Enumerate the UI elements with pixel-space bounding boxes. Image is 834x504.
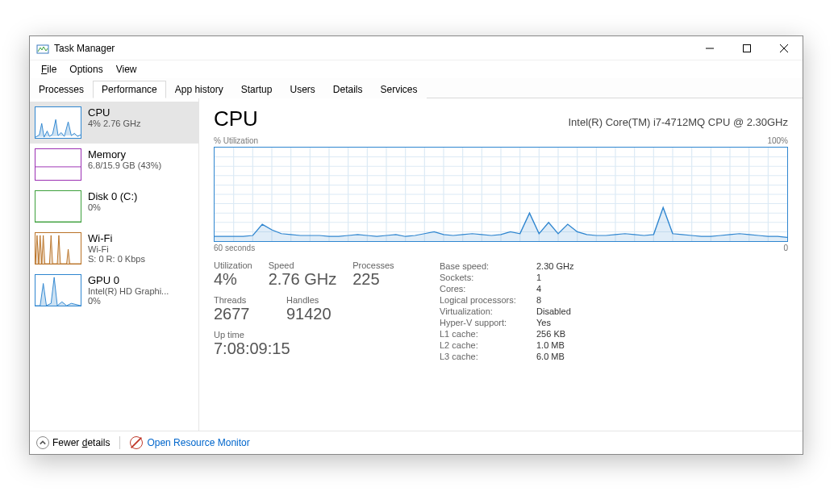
kv-key: Virtualization: (440, 306, 536, 317)
cpu-model: Intel(R) Core(TM) i7-4712MQ CPU @ 2.30GH… (568, 116, 788, 128)
tab-users[interactable]: Users (281, 81, 323, 98)
bottombar: Fewer details Open Resource Monitor (30, 431, 803, 454)
chevron-up-icon (36, 436, 49, 449)
table-row: Cores:4 (440, 283, 573, 294)
threads-value: 2677 (214, 305, 270, 323)
titlebar: Task Manager (30, 36, 803, 60)
tab-performance[interactable]: Performance (93, 81, 166, 98)
separator (119, 436, 120, 449)
menu-options[interactable]: Options (63, 62, 109, 77)
table-row: Hyper-V support:Yes (440, 317, 573, 328)
sidebar-cpu-label: CPU (88, 106, 140, 119)
speed-value: 2.76 GHz (269, 270, 336, 289)
kv-key: Hyper-V support: (440, 317, 536, 328)
kv-value: 8 (536, 294, 541, 306)
tab-apphistory[interactable]: App history (166, 81, 232, 98)
tab-startup[interactable]: Startup (232, 81, 281, 98)
menu-view[interactable]: View (110, 62, 144, 77)
content-area: CPU 4% 2.76 GHz Memory 6.8/15.9 GB (43%) (30, 98, 803, 431)
close-button[interactable] (765, 36, 803, 60)
kv-key: Base speed: (440, 260, 536, 272)
sidebar-memory-label: Memory (88, 148, 161, 160)
tabbar: Processes Performance App history Startu… (30, 78, 803, 98)
window-controls (691, 36, 803, 60)
table-row: Virtualization:Disabled (440, 306, 573, 317)
kv-value: 256 KB (536, 328, 565, 339)
table-row: Sockets:1 (440, 272, 573, 283)
kv-value: Yes (536, 317, 551, 328)
perf-sidebar: CPU 4% 2.76 GHz Memory 6.8/15.9 GB (43%) (30, 98, 199, 431)
kv-value: 1.0 MB (536, 339, 565, 351)
uptime-label: Up time (214, 330, 432, 339)
app-icon (36, 42, 49, 55)
table-row: L2 cache:1.0 MB (440, 339, 573, 351)
tab-processes[interactable]: Processes (30, 81, 93, 98)
wifi-thumb (35, 232, 81, 264)
tab-services[interactable]: Services (372, 81, 427, 98)
tab-details[interactable]: Details (324, 81, 372, 98)
menubar: File Options View (30, 60, 803, 78)
table-row: Base speed:2.30 GHz (440, 260, 573, 272)
cpu-details-table: Base speed:2.30 GHzSockets:1Cores:4Logic… (440, 260, 573, 364)
chart-axis-bot-right: 0 (783, 244, 788, 252)
sidebar-wifi-label: Wi-Fi (88, 232, 145, 244)
sidebar-disk-sub: 0% (88, 202, 137, 212)
page-title: CPU (214, 106, 258, 131)
sidebar-wifi-sub1: Wi-Fi (88, 244, 145, 254)
sidebar-gpu-label: GPU 0 (88, 274, 169, 286)
kv-key: Logical processors: (440, 294, 536, 306)
handles-value: 91420 (286, 305, 332, 323)
sidebar-gpu-sub1: Intel(R) HD Graphi... (88, 286, 169, 296)
utilization-value: 4% (214, 270, 252, 289)
uptime-value: 7:08:09:15 (214, 339, 432, 358)
sidebar-gpu-sub2: 0% (88, 296, 169, 306)
sidebar-wifi-sub2: S: 0 R: 0 Kbps (88, 254, 145, 264)
table-row: L1 cache:256 KB (440, 328, 573, 339)
chart-axis-bot-left: 60 seconds (214, 244, 255, 252)
chart-axis-top-left: % Utilization (214, 136, 258, 145)
utilization-label: Utilization (214, 260, 252, 270)
processes-value: 225 (352, 270, 409, 289)
kv-value: 4 (536, 283, 541, 294)
sidebar-disk-label: Disk 0 (C:) (88, 190, 137, 202)
processes-label: Processes (352, 260, 409, 270)
cpu-thumb (35, 106, 81, 139)
kv-key: Cores: (440, 283, 536, 294)
speed-label: Speed (269, 260, 336, 270)
resource-monitor-icon (130, 436, 143, 449)
window-title: Task Manager (54, 43, 691, 54)
sidebar-item-cpu[interactable]: CPU 4% 2.76 GHz (30, 102, 198, 144)
kv-value: 1 (536, 272, 541, 283)
kv-value: 2.30 GHz (536, 260, 573, 272)
disk-thumb (35, 190, 81, 223)
main-panel: CPU Intel(R) Core(TM) i7-4712MQ CPU @ 2.… (199, 98, 803, 431)
kv-key: L2 cache: (440, 339, 536, 351)
chart-axis-top-right: 100% (767, 136, 788, 145)
sidebar-cpu-sub: 4% 2.76 GHz (88, 119, 140, 128)
menu-file[interactable]: File (35, 62, 63, 77)
open-resource-monitor-link[interactable]: Open Resource Monitor (130, 436, 249, 449)
handles-label: Handles (286, 295, 332, 305)
svg-rect-2 (744, 44, 751, 52)
kv-key: L1 cache: (440, 328, 536, 339)
cpu-utilization-chart (214, 147, 788, 242)
table-row: L3 cache:6.0 MB (440, 351, 573, 362)
fewer-details-button[interactable]: Fewer details (36, 436, 110, 449)
kv-value: Disabled (536, 306, 571, 317)
memory-thumb (35, 148, 81, 181)
sidebar-item-wifi[interactable]: Wi-Fi Wi-Fi S: 0 R: 0 Kbps (30, 227, 198, 269)
gpu-thumb (35, 274, 81, 306)
maximize-button[interactable] (728, 36, 765, 60)
sidebar-item-gpu[interactable]: GPU 0 Intel(R) HD Graphi... 0% (30, 269, 198, 311)
sidebar-memory-sub: 6.8/15.9 GB (43%) (88, 160, 161, 170)
kv-key: L3 cache: (440, 351, 536, 362)
task-manager-window: Task Manager File Options View Processes… (29, 35, 803, 455)
kv-key: Sockets: (440, 272, 536, 283)
sidebar-item-disk[interactable]: Disk 0 (C:) 0% (30, 185, 198, 227)
kv-value: 6.0 MB (536, 351, 565, 362)
minimize-button[interactable] (691, 36, 728, 60)
threads-label: Threads (214, 295, 270, 305)
table-row: Logical processors:8 (440, 294, 573, 306)
sidebar-item-memory[interactable]: Memory 6.8/15.9 GB (43%) (30, 144, 198, 185)
